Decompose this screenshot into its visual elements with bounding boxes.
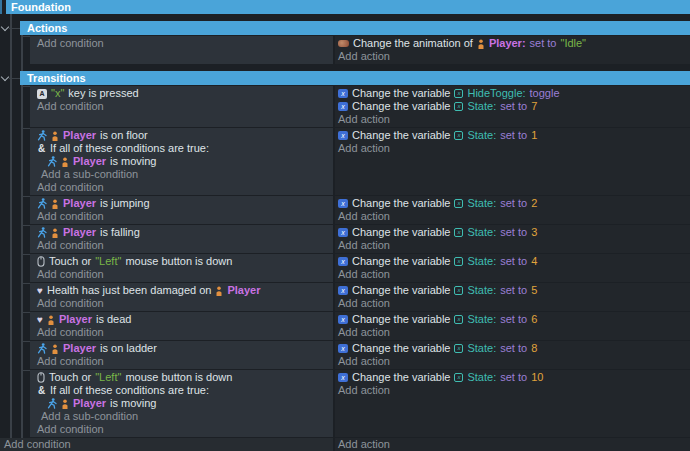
player-object-icon: [61, 157, 69, 167]
text-segment: Add condition: [37, 210, 104, 223]
variable-icon: x: [454, 373, 463, 382]
add-condition-button[interactable]: Add condition: [30, 423, 333, 436]
condition-line[interactable]: Playeris falling: [30, 226, 333, 239]
text-segment: Player: [59, 313, 92, 326]
condition-line[interactable]: &If all of these conditions are true:: [30, 142, 333, 155]
text-segment: Player:: [489, 37, 526, 50]
text-segment: If all of these conditions are true:: [50, 142, 209, 155]
add-action-button[interactable]: Add action: [335, 239, 690, 252]
text-segment: Add action: [338, 268, 390, 281]
text-segment: Player: [227, 284, 260, 297]
condition-line[interactable]: ♥Health has just been damaged onPlayer: [30, 284, 333, 297]
event-row: ♥Health has just been damaged onPlayerAd…: [30, 283, 690, 311]
new-event-row: Add condition Add action: [0, 438, 690, 451]
condition-line[interactable]: Playeris on ladder: [30, 342, 333, 355]
action-line[interactable]: xChange the variablexState:set to1: [335, 129, 690, 142]
text-segment: toggle: [530, 87, 560, 100]
text-segment: Change the variable: [352, 342, 450, 355]
text-segment: Add condition: [37, 423, 104, 436]
action-line[interactable]: xChange the variablexState:set to10: [335, 371, 690, 384]
text-segment: Add action: [338, 384, 390, 397]
conditions-cell: Add condition: [30, 36, 333, 64]
text-segment: 10: [531, 371, 543, 384]
add-condition-button[interactable]: Add condition: [30, 326, 333, 339]
add-action-button[interactable]: Add action: [335, 210, 690, 223]
text-segment: is dead: [96, 313, 131, 326]
add-condition-button[interactable]: Add condition: [30, 355, 333, 368]
text-segment: Add action: [338, 113, 390, 126]
text-segment: State:: [467, 371, 496, 384]
add-action-button[interactable]: Add action: [335, 384, 690, 397]
add-condition-button[interactable]: Add condition: [0, 438, 333, 451]
add-action-button[interactable]: Add action: [335, 50, 690, 63]
add-action-button[interactable]: Add action: [335, 326, 690, 339]
text-segment: set to: [500, 284, 527, 297]
text-segment: Change the variable: [352, 284, 450, 297]
condition-line[interactable]: Touch or"Left"mouse button is down: [30, 371, 333, 384]
variable-icon: x: [454, 286, 463, 295]
condition-line[interactable]: &If all of these conditions are true:: [30, 384, 333, 397]
text-segment: 2: [531, 197, 537, 210]
action-line[interactable]: xChange the variablexState:set to3: [335, 226, 690, 239]
add-condition-button[interactable]: Add condition: [30, 37, 333, 50]
text-segment: State:: [467, 197, 496, 210]
text-segment: set to: [530, 37, 557, 50]
variable-icon: x: [454, 199, 463, 208]
group-header-foundation[interactable]: Foundation: [6, 0, 690, 14]
add-action-button[interactable]: Add action: [335, 142, 690, 155]
add-action-button[interactable]: Add action: [335, 355, 690, 368]
add-action-button[interactable]: Add action: [335, 113, 690, 126]
platformer-behavior-icon: [37, 227, 47, 238]
variable-icon: x: [454, 131, 463, 140]
action-line[interactable]: xChange the variablexState:set to2: [335, 197, 690, 210]
text-segment: set to: [500, 100, 527, 113]
text-segment: Change the variable: [352, 371, 450, 384]
text-segment: set to: [500, 313, 527, 326]
variable-action-icon: x: [338, 286, 348, 295]
condition-line[interactable]: Touch or"Left"mouse button is down: [30, 255, 333, 268]
mouse-touch-icon: [37, 372, 45, 383]
sub-condition-line[interactable]: Playeris moving: [30, 397, 333, 410]
text-segment: "Left": [95, 255, 121, 268]
condition-line[interactable]: ♥Playeris dead: [30, 313, 333, 326]
action-line[interactable]: xChange the variablexState:set to6: [335, 313, 690, 326]
condition-line[interactable]: Playeris on floor: [30, 129, 333, 142]
text-segment: 8: [531, 342, 537, 355]
sub-condition-line[interactable]: Playeris moving: [30, 155, 333, 168]
text-segment: is on ladder: [100, 342, 157, 355]
condition-line[interactable]: Playeris jumping: [30, 197, 333, 210]
text-segment: Add action: [338, 297, 390, 310]
add-sub-condition-button[interactable]: Add a sub-condition: [30, 410, 333, 423]
action-line[interactable]: xChange the variablexState:set to5: [335, 284, 690, 297]
action-line[interactable]: Change the animation ofPlayer:set to"Idl…: [335, 37, 690, 50]
add-action-button[interactable]: Add action: [335, 297, 690, 310]
add-action-button[interactable]: Add action: [335, 268, 690, 281]
group-header-actions[interactable]: Actions: [20, 21, 690, 35]
player-object-icon: [61, 399, 69, 409]
add-sub-condition-button[interactable]: Add a sub-condition: [30, 168, 333, 181]
action-line[interactable]: xChange the variablexState:set to7: [335, 100, 690, 113]
action-line[interactable]: xChange the variablexState:set to4: [335, 255, 690, 268]
platformer-behavior-icon: [37, 198, 47, 209]
add-condition-button[interactable]: Add condition: [30, 210, 333, 223]
text-segment: 3: [531, 226, 537, 239]
add-condition-button[interactable]: Add condition: [30, 239, 333, 252]
add-condition-button[interactable]: Add condition: [30, 181, 333, 194]
text-segment: set to: [500, 342, 527, 355]
action-line[interactable]: xChange the variablexState:set to8: [335, 342, 690, 355]
condition-line[interactable]: A"x"key is pressed: [30, 87, 333, 100]
conditions-cell: Playeris fallingAdd condition: [30, 225, 333, 253]
player-object-icon: [51, 228, 59, 238]
add-condition-button[interactable]: Add condition: [30, 297, 333, 310]
add-action-button[interactable]: Add action: [335, 438, 690, 451]
group-header-transitions[interactable]: Transitions: [20, 71, 690, 85]
text-segment: Add action: [338, 355, 390, 368]
text-segment: Change the variable: [352, 129, 450, 142]
add-condition-button[interactable]: Add condition: [30, 268, 333, 281]
variable-action-icon: x: [338, 315, 348, 324]
add-condition-button[interactable]: Add condition: [30, 100, 333, 113]
variable-icon: x: [454, 315, 463, 324]
action-line[interactable]: xChange the variablexHideToggle:toggle: [335, 87, 690, 100]
actions-cell: xChange the variablexState:set to3Add ac…: [335, 225, 690, 253]
event-row: Add conditionChange the animation ofPlay…: [30, 36, 690, 64]
